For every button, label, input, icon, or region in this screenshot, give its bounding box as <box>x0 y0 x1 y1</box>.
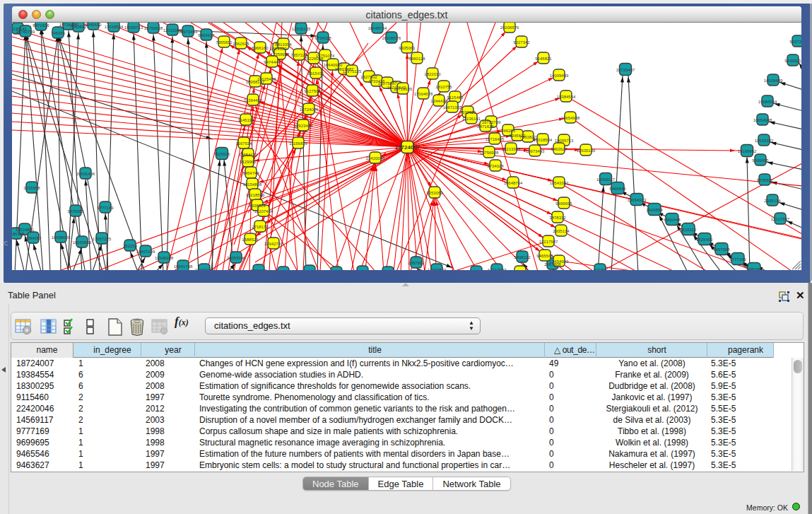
svg-text:10654988: 10654988 <box>753 118 772 122</box>
svg-text:1615112: 1615112 <box>681 228 698 232</box>
svg-text:1610755: 1610755 <box>435 85 452 89</box>
svg-text:12505135: 12505135 <box>577 148 596 153</box>
svg-text:3878312: 3878312 <box>756 178 773 182</box>
svg-text:10654122: 10654122 <box>239 153 258 157</box>
svg-text:9935061: 9935061 <box>399 46 416 50</box>
svg-text:252254: 252254 <box>123 244 138 248</box>
svg-text:8660124: 8660124 <box>408 57 425 61</box>
svg-text:7632621: 7632621 <box>459 110 476 115</box>
svg-text:2087682: 2087682 <box>408 261 425 265</box>
svg-text:18724007: 18724007 <box>300 107 319 112</box>
svg-text:9227342: 9227342 <box>789 40 801 44</box>
svg-text:6990448: 6990448 <box>664 218 681 222</box>
svg-text:18724007: 18724007 <box>395 144 420 151</box>
svg-text:9129996: 9129996 <box>240 160 257 164</box>
svg-text:8454749: 8454749 <box>242 171 259 175</box>
svg-text:9127505: 9127505 <box>304 89 321 93</box>
svg-text:10973493: 10973493 <box>526 149 545 153</box>
svg-text:5498222: 5498222 <box>514 255 531 259</box>
svg-text:11156829: 11156829 <box>289 141 307 146</box>
svg-text:1624554: 1624554 <box>646 208 663 212</box>
svg-text:3878312: 3878312 <box>549 216 566 220</box>
svg-text:16648764: 16648764 <box>368 26 387 30</box>
svg-text:9084067: 9084067 <box>25 236 42 240</box>
svg-text:3215958: 3215958 <box>23 186 40 190</box>
svg-text:11136141: 11136141 <box>462 117 481 121</box>
svg-text:17004678: 17004678 <box>414 92 433 96</box>
svg-text:9915471: 9915471 <box>307 71 324 76</box>
svg-text:19055713: 19055713 <box>124 25 143 30</box>
svg-text:9699695: 9699695 <box>752 158 769 163</box>
svg-text:2935134: 2935134 <box>553 229 570 233</box>
svg-text:9657791: 9657791 <box>301 269 318 271</box>
svg-text:17359928: 17359928 <box>271 52 290 57</box>
svg-text:22420046: 22420046 <box>366 156 385 160</box>
svg-text:9777169: 9777169 <box>729 257 746 262</box>
svg-text:1244413: 1244413 <box>430 99 447 103</box>
svg-text:20206576: 20206576 <box>500 25 519 30</box>
svg-text:20206576: 20206576 <box>382 36 401 40</box>
svg-text:17957225: 17957225 <box>93 237 112 241</box>
svg-text:11207464: 11207464 <box>254 209 273 214</box>
svg-text:9115460: 9115460 <box>447 95 464 100</box>
svg-text:12505135: 12505135 <box>292 27 311 31</box>
svg-text:8186328: 8186328 <box>12 232 25 236</box>
svg-text:7955812: 7955812 <box>216 40 233 45</box>
svg-text:6497568: 6497568 <box>713 247 730 252</box>
svg-text:19218506: 19218506 <box>246 193 265 197</box>
svg-text:1588526: 1588526 <box>242 238 259 242</box>
svg-text:15751074: 15751074 <box>316 54 335 58</box>
svg-text:10688609: 10688609 <box>52 235 71 240</box>
svg-text:12213987: 12213987 <box>488 268 507 271</box>
svg-text:10653267: 10653267 <box>467 270 486 271</box>
svg-text:10543382: 10543382 <box>755 139 774 143</box>
svg-text:19384554: 19384554 <box>758 100 777 104</box>
svg-text:18807249: 18807249 <box>136 250 155 254</box>
svg-text:8912954: 8912954 <box>354 270 371 271</box>
svg-text:17018504: 17018504 <box>534 138 553 142</box>
svg-text:9245612: 9245612 <box>85 23 102 27</box>
svg-text:19055713: 19055713 <box>555 139 574 143</box>
svg-text:9465546: 9465546 <box>609 187 626 191</box>
svg-text:8813054: 8813054 <box>275 42 292 47</box>
svg-text:10053809: 10053809 <box>73 240 92 245</box>
svg-text:2935134: 2935134 <box>764 199 781 203</box>
svg-text:9227342: 9227342 <box>513 40 530 45</box>
svg-text:9463627: 9463627 <box>551 147 567 151</box>
svg-text:20691406: 20691406 <box>76 172 95 176</box>
svg-text:10973493: 10973493 <box>179 30 198 34</box>
svg-text:9474444: 9474444 <box>264 60 281 64</box>
svg-text:15756928: 15756928 <box>480 151 499 155</box>
svg-text:12217987: 12217987 <box>539 240 558 244</box>
svg-text:9734028: 9734028 <box>487 164 504 168</box>
svg-text:9463627: 9463627 <box>198 33 215 37</box>
svg-text:746266: 746266 <box>51 31 66 35</box>
svg-text:8471626: 8471626 <box>33 23 49 28</box>
svg-text:20053346: 20053346 <box>227 256 246 260</box>
svg-text:8471626: 8471626 <box>477 124 494 129</box>
svg-text:12975125: 12975125 <box>343 69 362 74</box>
svg-text:9699695: 9699695 <box>555 201 572 206</box>
svg-text:15720407: 15720407 <box>616 68 635 72</box>
svg-text:1621022: 1621022 <box>270 47 287 51</box>
svg-text:19384554: 19384554 <box>557 95 576 99</box>
svg-text:16648764: 16648764 <box>504 181 523 185</box>
svg-text:9465546: 9465546 <box>536 254 553 258</box>
svg-text:16671355: 16671355 <box>443 105 462 110</box>
svg-text:9146821: 9146821 <box>784 59 801 63</box>
svg-text:6966160: 6966160 <box>252 46 269 50</box>
svg-text:16961758: 16961758 <box>174 264 193 269</box>
svg-text:1624554: 1624554 <box>512 270 529 271</box>
svg-text:3875685: 3875685 <box>67 209 84 214</box>
svg-text:8938923: 8938923 <box>249 204 266 208</box>
svg-text:12217987: 12217987 <box>771 217 790 221</box>
svg-text:10154808: 10154808 <box>243 182 262 187</box>
svg-text:62160: 62160 <box>594 268 606 271</box>
svg-text:1562615: 1562615 <box>233 42 249 46</box>
svg-text:9146821: 9146821 <box>535 57 552 61</box>
svg-text:7485063: 7485063 <box>746 267 763 271</box>
svg-text:7986372: 7986372 <box>250 269 267 271</box>
svg-text:12093822: 12093822 <box>428 268 447 271</box>
svg-text:9245612: 9245612 <box>509 134 526 138</box>
svg-text:7625402: 7625402 <box>696 238 713 242</box>
